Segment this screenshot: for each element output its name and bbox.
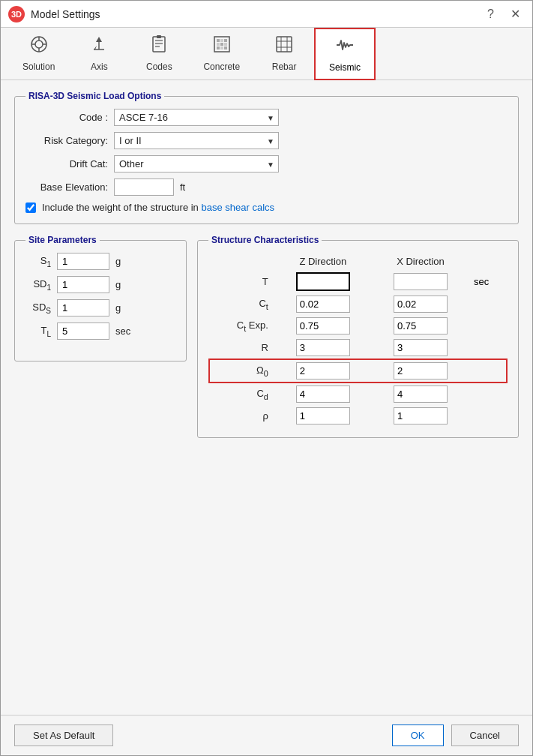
base-elev-input[interactable] xyxy=(114,178,174,196)
title-left: 3D Model Settings xyxy=(8,6,100,22)
svg-point-1 xyxy=(35,40,43,48)
tab-rebar[interactable]: Rebar xyxy=(254,28,314,80)
close-button[interactable]: ✕ xyxy=(506,5,525,22)
risk-category-row: Risk Category: I or II III IV xyxy=(25,132,508,149)
tab-seismic[interactable]: Seismic xyxy=(314,28,376,80)
structure-char-group: Structure Characteristics Z Direction X … xyxy=(197,235,519,438)
cd-row: Cd xyxy=(209,382,507,405)
tl-row: TL sec xyxy=(25,322,175,340)
sd1-row: SD1 g xyxy=(25,276,175,293)
base-elev-unit: ft xyxy=(180,182,185,193)
svg-marker-6 xyxy=(96,37,102,42)
svg-rect-20 xyxy=(220,43,223,46)
svg-rect-25 xyxy=(277,37,292,52)
x-direction-header: X Direction xyxy=(372,253,469,270)
cd-x-cell xyxy=(372,382,469,405)
site-params-group: Site Parameters S1 g SD1 g SDS g xyxy=(14,235,187,362)
rho-unit xyxy=(469,405,507,427)
drift-select-wrapper: Other I or II III IV xyxy=(114,155,279,172)
drift-label: Drift Cat: xyxy=(25,158,108,170)
ct-exp-row: Ct Exp. xyxy=(209,315,507,337)
sds-label: SDS xyxy=(25,302,51,315)
base-elev-label: Base Elevation: xyxy=(25,182,108,193)
footer-right-buttons: OK Cancel xyxy=(392,724,519,746)
title-controls: ? ✕ xyxy=(483,5,525,22)
svg-rect-23 xyxy=(220,46,223,50)
t-x-input[interactable] xyxy=(394,273,448,290)
help-button[interactable]: ? xyxy=(483,6,499,22)
tab-axis[interactable]: Axis xyxy=(69,28,129,80)
ct-row: Ct xyxy=(209,293,507,315)
set-default-button[interactable]: Set As Default xyxy=(14,724,113,746)
t-row-label: T xyxy=(209,270,274,293)
ok-button[interactable]: OK xyxy=(392,724,444,746)
tab-seismic-label: Seismic xyxy=(329,62,361,73)
ct-x-input[interactable] xyxy=(394,296,448,313)
tab-concrete[interactable]: Concrete xyxy=(189,28,254,80)
cancel-button[interactable]: Cancel xyxy=(451,724,519,746)
tab-solution-label: Solution xyxy=(22,62,55,72)
s1-input[interactable] xyxy=(57,253,109,270)
site-params-col: Site Parameters S1 g SD1 g SDS g xyxy=(14,235,187,448)
tab-solution[interactable]: Solution xyxy=(8,28,69,80)
tab-rebar-label: Rebar xyxy=(272,62,297,72)
t-z-cell xyxy=(274,270,372,293)
svg-rect-10 xyxy=(153,37,165,52)
cd-z-input[interactable] xyxy=(296,386,350,403)
cd-row-label: Cd xyxy=(209,382,274,405)
concrete-icon xyxy=(212,34,232,58)
ct-x-cell xyxy=(372,293,469,315)
rho-x-input[interactable] xyxy=(394,407,448,424)
svg-rect-18 xyxy=(224,39,227,42)
rho-row: ρ xyxy=(209,405,507,427)
ct-exp-row-label: Ct Exp. xyxy=(209,315,274,337)
rho-x-cell xyxy=(372,405,469,427)
tl-input[interactable] xyxy=(57,322,109,340)
ct-z-input[interactable] xyxy=(296,296,350,313)
ct-unit xyxy=(469,293,507,315)
weight-checkbox[interactable] xyxy=(25,202,36,213)
solution-icon xyxy=(29,34,49,58)
tab-bar: Solution Axis xyxy=(1,28,532,80)
sd1-input[interactable] xyxy=(57,276,109,293)
code-label: Code : xyxy=(25,112,108,123)
drift-select[interactable]: Other I or II III IV xyxy=(114,155,279,172)
r-z-input[interactable] xyxy=(296,339,350,356)
svg-rect-22 xyxy=(217,46,220,50)
code-select[interactable]: ASCE 7-16 ASCE 7-10 ASCE 7-05 IBC 2018 xyxy=(114,109,279,126)
r-z-cell xyxy=(274,337,372,359)
structure-char-col: Structure Characteristics Z Direction X … xyxy=(197,235,519,448)
sd1-unit: g xyxy=(115,279,121,290)
ct-exp-z-input[interactable] xyxy=(296,317,350,334)
sd1-label: SD1 xyxy=(25,278,51,292)
t-x-cell xyxy=(372,270,469,293)
tl-label: TL xyxy=(25,325,51,338)
app-icon: 3D xyxy=(8,6,25,22)
svg-rect-21 xyxy=(224,43,227,46)
t-z-input[interactable] xyxy=(296,272,350,291)
code-select-wrapper: ASCE 7-16 ASCE 7-10 ASCE 7-05 IBC 2018 xyxy=(114,109,279,126)
z-direction-header: Z Direction xyxy=(274,253,372,270)
t-row: T sec xyxy=(209,270,507,293)
svg-rect-17 xyxy=(220,39,223,42)
tab-codes[interactable]: Codes xyxy=(129,28,189,80)
r-x-input[interactable] xyxy=(394,339,448,356)
site-params-title: Site Parameters xyxy=(25,235,100,245)
risk-select[interactable]: I or II III IV xyxy=(114,132,279,149)
rho-z-input[interactable] xyxy=(296,407,350,424)
omega-x-input[interactable] xyxy=(394,362,448,380)
s1-row: S1 g xyxy=(25,253,175,270)
cd-x-input[interactable] xyxy=(394,386,448,403)
svg-rect-19 xyxy=(217,43,220,46)
r-unit xyxy=(469,337,507,359)
omega-unit xyxy=(469,359,507,382)
ct-exp-x-input[interactable] xyxy=(394,317,448,334)
drift-cat-row: Drift Cat: Other I or II III IV xyxy=(25,155,508,172)
t-unit: sec xyxy=(469,270,507,293)
omega-z-input[interactable] xyxy=(296,362,350,380)
svg-rect-16 xyxy=(217,39,220,42)
ct-exp-z-cell xyxy=(274,315,372,337)
omega-row: Ω0 xyxy=(209,359,507,382)
svg-rect-24 xyxy=(224,46,227,50)
sds-input[interactable] xyxy=(57,299,109,316)
